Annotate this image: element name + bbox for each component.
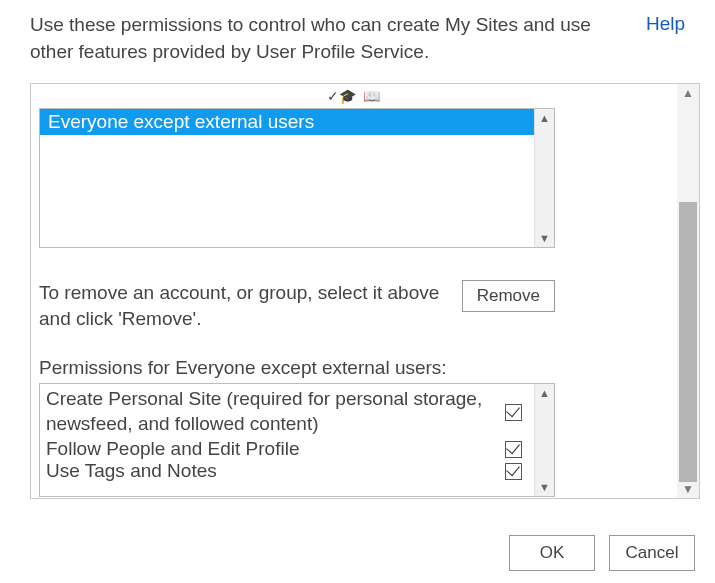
scroll-thumb[interactable] xyxy=(679,202,697,482)
scroll-down-icon[interactable]: ▼ xyxy=(535,478,554,496)
remove-button[interactable]: Remove xyxy=(462,280,555,312)
permission-item-checkbox[interactable] xyxy=(505,463,522,480)
permissions-label: Permissions for Everyone except external… xyxy=(39,357,668,379)
permission-item-text: Use Tags and Notes xyxy=(46,462,495,482)
check-names-icon[interactable]: ✓🎓 xyxy=(327,88,356,104)
permission-item-text: Create Personal Site (required for perso… xyxy=(46,387,495,436)
scroll-down-icon[interactable]: ▼ xyxy=(535,229,554,247)
permission-item-checkbox[interactable] xyxy=(505,441,522,458)
permissions-panel: ✓🎓 📖 Everyone except external users ▲ ▼ … xyxy=(30,83,700,499)
cancel-button[interactable]: Cancel xyxy=(609,535,695,571)
ok-button[interactable]: OK xyxy=(509,535,595,571)
page-description: Use these permissions to control who can… xyxy=(30,12,620,65)
scroll-down-icon[interactable]: ▼ xyxy=(677,480,699,498)
browse-icon[interactable]: 📖 xyxy=(363,88,380,104)
scroll-up-icon[interactable]: ▲ xyxy=(535,109,554,127)
accounts-list-item-selected[interactable]: Everyone except external users xyxy=(40,109,534,135)
scroll-up-icon[interactable]: ▲ xyxy=(535,384,554,402)
permissions-list-scrollbar[interactable]: ▲ ▼ xyxy=(534,384,554,496)
accounts-list-scrollbar[interactable]: ▲ ▼ xyxy=(534,109,554,247)
scroll-up-icon[interactable]: ▲ xyxy=(677,84,699,102)
accounts-listbox[interactable]: Everyone except external users ▲ ▼ xyxy=(39,108,555,248)
permission-item-checkbox[interactable] xyxy=(505,404,522,421)
remove-instruction: To remove an account, or group, select i… xyxy=(39,280,462,331)
help-link[interactable]: Help xyxy=(646,13,685,35)
panel-scrollbar[interactable]: ▲ ▼ xyxy=(677,84,699,498)
permissions-listbox[interactable]: Create Personal Site (required for perso… xyxy=(39,383,555,497)
people-picker-toolbar: ✓🎓 📖 xyxy=(39,88,668,104)
permission-item-text: Follow People and Edit Profile xyxy=(46,437,495,462)
